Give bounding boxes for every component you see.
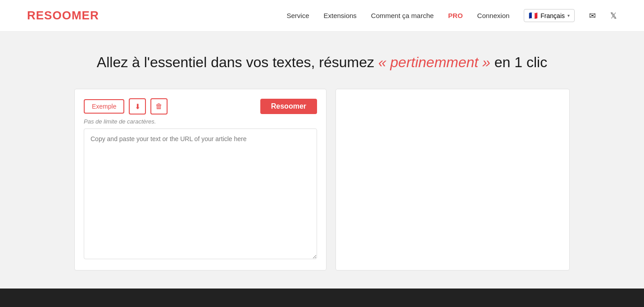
char-limit-text: Pas de limite de caractères. [84,118,317,125]
hero-section: Allez à l'essentiel dans vos textes, rés… [0,32,644,289]
main-nav: Service Extensions Comment ça marche PRO… [286,9,617,22]
site-header: RESOOMER Service Extensions Comment ça m… [0,0,644,32]
hero-title-part2: en 1 clic [494,54,547,70]
nav-comment[interactable]: Comment ça marche [371,12,434,19]
hero-title-highlight: « pertinemment » [378,54,490,70]
upload-button[interactable]: ⬇ [129,98,146,115]
logo: RESOOMER [27,9,99,23]
flag-icon: 🇫🇷 [529,11,538,20]
footer-dark-section: REPÉREZ LES IDÉES ET FAITS IMPORTANTS... [0,289,644,307]
nav-service[interactable]: Service [286,12,309,19]
upload-icon: ⬇ [135,102,141,111]
chevron-down-icon: ▾ [567,13,570,18]
input-panel: Exemple ⬇ 🗑 Resoomer Pas de limite de ca… [74,89,327,270]
nav-connexion[interactable]: Connexion [477,12,510,19]
input-toolbar: Exemple ⬇ 🗑 Resoomer [84,98,317,115]
logo-oo: OO [52,9,71,22]
nav-extensions[interactable]: Extensions [323,12,356,19]
tool-area: Exemple ⬇ 🗑 Resoomer Pas de limite de ca… [74,89,570,270]
logo-suffix: MER [72,9,99,22]
hero-title-part1: Allez à l'essentiel dans vos textes, rés… [97,54,374,70]
trash-icon: 🗑 [155,102,163,110]
resoomer-button[interactable]: Resoomer [260,99,317,114]
hero-title: Allez à l'essentiel dans vos textes, rés… [27,54,617,71]
logo-prefix: RES [27,9,52,22]
text-input[interactable] [84,128,317,259]
lang-label: Français [540,12,565,19]
mail-icon[interactable]: ✉ [589,11,596,21]
exemple-button[interactable]: Exemple [84,99,124,114]
twitter-icon[interactable]: 𝕏 [610,11,617,21]
nav-pro[interactable]: PRO [448,12,463,19]
output-panel [336,89,570,270]
language-selector[interactable]: 🇫🇷 Français ▾ [524,9,575,22]
delete-button[interactable]: 🗑 [150,98,168,115]
